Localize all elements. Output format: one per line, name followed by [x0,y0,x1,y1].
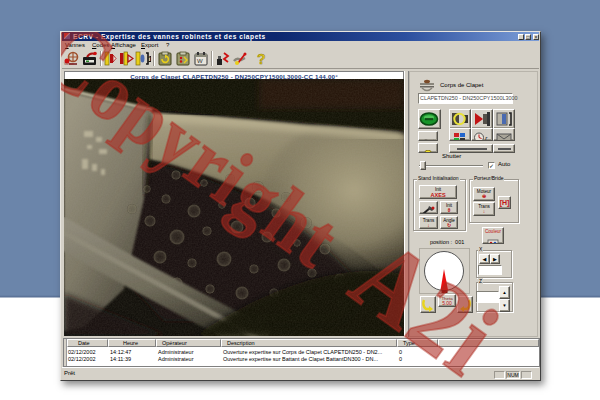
svg-text:W: W [197,58,203,64]
svg-text:r: r [485,135,488,141]
svg-text:?: ? [257,51,266,66]
